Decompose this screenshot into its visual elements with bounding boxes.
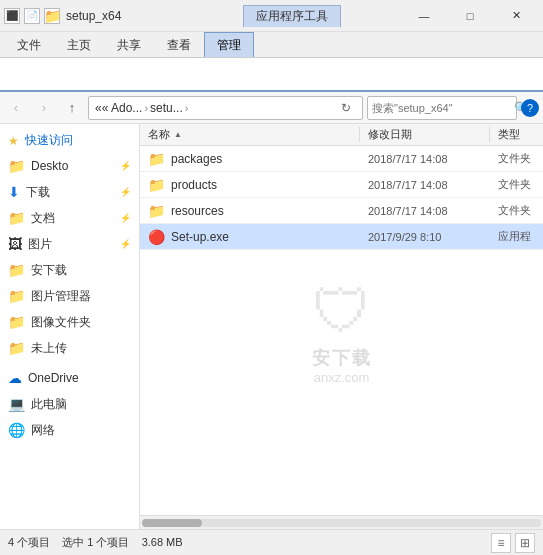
notuploaded-icon: 📁 [8,340,25,356]
title-bar: ⬛ 📄 📁 setup_x64 应用程序工具 — □ ✕ [0,0,543,32]
sidebar-item-install[interactable]: 📁 安下载 [0,257,139,283]
table-row[interactable]: 🔴 Set-up.exe 2017/9/29 8:10 应用程 [140,224,543,250]
tab-file[interactable]: 文件 [4,32,54,57]
close-button[interactable]: ✕ [493,0,539,32]
sidebar: ★ 快速访问 📁 Deskto ⚡ ⬇ 下载 ⚡ 📁 文档 ⚡ 🖼 图片 ⚡ 📁… [0,124,140,529]
sidebar-item-network[interactable]: 🌐 网络 [0,417,139,443]
main-layout: ★ 快速访问 📁 Deskto ⚡ ⬇ 下载 ⚡ 📁 文档 ⚡ 🖼 图片 ⚡ 📁… [0,124,543,529]
pictures-pin-icon: ⚡ [120,239,131,249]
address-bar[interactable]: «« Ado... › setu... › ↻ [88,96,363,120]
sidebar-label-network: 网络 [31,422,131,439]
breadcrumb-part-2: setu... [150,101,183,115]
watermark-shield-icon: 🛡 [312,277,372,346]
desktop-pin-icon: ⚡ [120,161,131,171]
file-name-cell: 📁 packages [140,151,360,167]
grid-view-button[interactable]: ⊞ [515,533,535,553]
title-icons: ⬛ 📄 📁 [4,8,60,24]
sidebar-item-pictmgr[interactable]: 📁 图片管理器 [0,283,139,309]
horizontal-scrollbar[interactable] [140,515,543,529]
sidebar-item-downloads[interactable]: ⬇ 下载 ⚡ [0,179,139,205]
sidebar-item-imgfiles[interactable]: 📁 图像文件夹 [0,309,139,335]
file-type-cell: 文件夹 [490,177,543,192]
documents-icon: 📁 [8,210,25,226]
sidebar-label-downloads: 下载 [26,184,114,201]
quick-access-header: ★ 快速访问 [0,128,139,153]
onedrive-icon: ☁ [8,370,22,386]
sidebar-item-desktop[interactable]: 📁 Deskto ⚡ [0,153,139,179]
sidebar-label-imgfiles: 图像文件夹 [31,314,131,331]
sidebar-label-install: 安下载 [31,262,131,279]
title-icon-back: ⬛ [4,8,20,24]
tab-share[interactable]: 共享 [104,32,154,57]
breadcrumb-part-1: «« Ado... [95,101,142,115]
file-name-cell: 📁 products [140,177,360,193]
title-icon-doc: 📄 [24,8,40,24]
window-title: setup_x64 [66,9,243,23]
ribbon-content [0,58,543,92]
column-header: 名称 ▲ 修改日期 类型 [140,124,543,146]
sidebar-item-onedrive[interactable]: ☁ OneDrive [0,365,139,391]
breadcrumb: «« Ado... › setu... › [95,101,332,115]
sidebar-item-thispc[interactable]: 💻 此电脑 [0,391,139,417]
app-tools-tab[interactable]: 应用程序工具 [243,5,341,27]
file-date-cell: 2018/7/17 14:08 [360,153,490,165]
quick-access-label: 快速访问 [25,132,73,149]
sidebar-label-onedrive: OneDrive [28,371,131,385]
tab-home[interactable]: 主页 [54,32,104,57]
maximize-button[interactable]: □ [447,0,493,32]
pictures-icon: 🖼 [8,236,22,252]
help-button[interactable]: ? [521,99,539,117]
thispc-icon: 💻 [8,396,25,412]
sort-arrow-icon: ▲ [174,130,182,139]
search-input[interactable] [372,102,510,114]
scroll-track [142,519,541,527]
downloads-pin-icon: ⚡ [120,187,131,197]
file-list: 🛡 安下载 anxz.com 📁 packages 2018/7/17 14:0… [140,146,543,515]
sidebar-item-notuploaded[interactable]: 📁 未上传 [0,335,139,361]
sidebar-label-documents: 文档 [31,210,114,227]
pictmgr-icon: 📁 [8,288,25,304]
minimize-button[interactable]: — [401,0,447,32]
file-date-cell: 2017/9/29 8:10 [360,231,490,243]
window-controls: — □ ✕ [401,0,539,32]
folder-icon: 📁 [148,203,165,219]
col-header-type[interactable]: 类型 [490,127,543,142]
file-type-cell: 应用程 [490,229,543,244]
sidebar-item-documents[interactable]: 📁 文档 ⚡ [0,205,139,231]
folder-icon: 📁 [148,177,165,193]
file-date-cell: 2018/7/17 14:08 [360,205,490,217]
refresh-button[interactable]: ↻ [336,98,356,118]
col-header-date[interactable]: 修改日期 [360,127,490,142]
file-list-container: 名称 ▲ 修改日期 类型 🛡 安下载 anxz.com 📁 packages 2… [140,124,543,529]
watermark-url: anxz.com [314,370,370,385]
status-bar: 4 个项目 选中 1 个项目 3.68 MB ≡ ⊞ [0,529,543,555]
sidebar-label-notuploaded: 未上传 [31,340,131,357]
table-row[interactable]: 📁 resources 2018/7/17 14:08 文件夹 [140,198,543,224]
ribbon-tabs: 文件 主页 共享 查看 管理 [0,32,543,58]
forward-button[interactable]: › [32,96,56,120]
file-type-cell: 文件夹 [490,151,543,166]
search-bar[interactable]: 🔍 [367,96,517,120]
file-name-cell: 🔴 Set-up.exe [140,229,360,245]
tab-manage[interactable]: 管理 [204,32,254,57]
table-row[interactable]: 📁 products 2018/7/17 14:08 文件夹 [140,172,543,198]
nav-bar: ‹ › ↑ «« Ado... › setu... › ↻ 🔍 ? [0,92,543,124]
table-row[interactable]: 📁 packages 2018/7/17 14:08 文件夹 [140,146,543,172]
watermark-text: 安下载 [312,346,372,370]
downloads-icon: ⬇ [8,184,20,200]
list-view-button[interactable]: ≡ [491,533,511,553]
col-header-name[interactable]: 名称 ▲ [140,127,360,142]
imgfiles-icon: 📁 [8,314,25,330]
back-button[interactable]: ‹ [4,96,28,120]
exe-icon: 🔴 [148,229,165,245]
file-name-cell: 📁 resources [140,203,360,219]
sidebar-item-pictures[interactable]: 🖼 图片 ⚡ [0,231,139,257]
file-date-cell: 2018/7/17 14:08 [360,179,490,191]
sidebar-label-pictures: 图片 [28,236,114,253]
item-count: 4 个项目 [8,535,50,550]
network-icon: 🌐 [8,422,25,438]
scroll-thumb[interactable] [142,519,202,527]
up-button[interactable]: ↑ [60,96,84,120]
tab-view[interactable]: 查看 [154,32,204,57]
install-icon: 📁 [8,262,25,278]
